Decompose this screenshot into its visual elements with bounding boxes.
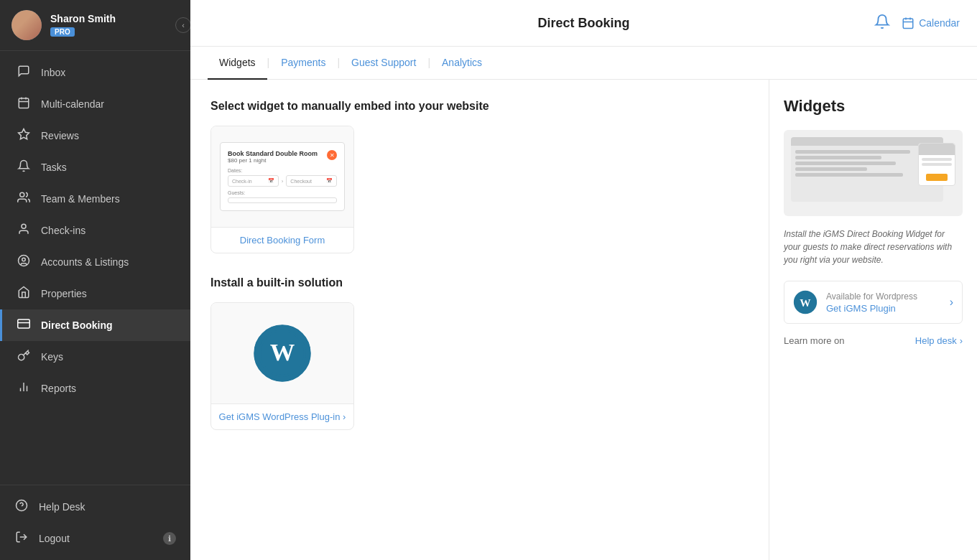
sidebar-item-logout[interactable]: Logout ℹ xyxy=(0,523,190,554)
sidebar-item-accounts[interactable]: Accounts & Listings xyxy=(0,246,190,278)
tab-guest-support[interactable]: Guest Support xyxy=(340,47,427,80)
widget-cards: Book Standard Double Room $80 per 1 nigh… xyxy=(210,126,749,253)
tab-payments[interactable]: Payments xyxy=(269,47,337,80)
wp-chevron-icon: › xyxy=(950,296,953,309)
sidebar-item-keys-label: Keys xyxy=(41,351,63,363)
main-area: Direct Booking Calendar Widgets | Paymen… xyxy=(190,0,977,560)
sidebar-item-keys[interactable]: Keys xyxy=(0,341,190,373)
cal2-icon: 📅 xyxy=(326,178,333,184)
guests-label: Guests: xyxy=(228,190,337,195)
content-main: Select widget to manually embed into you… xyxy=(190,80,769,560)
svg-rect-0 xyxy=(19,98,29,108)
sidebar-item-accounts-label: Accounts & Listings xyxy=(41,256,129,268)
sidebar-item-team-label: Team & Members xyxy=(41,193,120,205)
panel-title: Widgets xyxy=(784,97,963,116)
sidebar-header: Sharon Smith PRO ‹ xyxy=(0,0,190,51)
sidebar-item-inbox[interactable]: Inbox xyxy=(0,57,190,88)
calendar-button[interactable]: Calendar xyxy=(902,17,960,29)
widget-card-label[interactable]: Direct Booking Form xyxy=(211,227,353,253)
page-title: Direct Booking xyxy=(537,16,629,31)
learn-more-row: Learn more on Help desk › xyxy=(784,335,963,346)
topbar: Direct Booking Calendar xyxy=(190,0,977,47)
booking-form-price: $80 per 1 night xyxy=(228,157,318,164)
sidebar-item-tasks-label: Tasks xyxy=(41,162,67,173)
checkin-input-mock: Check-in 📅 xyxy=(228,175,279,187)
sidebar-item-reviews-label: Reviews xyxy=(41,130,79,141)
guests-input-mock xyxy=(228,197,337,203)
tab-widgets[interactable]: Widgets xyxy=(208,47,267,80)
svg-point-6 xyxy=(22,224,26,228)
tasks-icon xyxy=(17,159,31,175)
sidebar-item-directbooking-label: Direct Booking xyxy=(41,319,113,331)
select-widget-title: Select widget to manually embed into you… xyxy=(210,100,749,113)
pro-badge: PRO xyxy=(50,27,75,37)
help-desk-link[interactable]: Help desk › xyxy=(915,335,963,346)
user-name: Sharon Smith xyxy=(50,13,179,24)
sidebar-item-logout-label: Logout xyxy=(39,533,70,544)
logout-icon xyxy=(14,531,29,546)
avatar xyxy=(11,10,42,40)
wordpress-logo: W xyxy=(254,325,311,382)
sidebar: Sharon Smith PRO ‹ Inbox Multi-calendar … xyxy=(0,0,190,560)
svg-point-8 xyxy=(22,258,26,261)
keys-icon xyxy=(17,349,31,365)
panel-description: Install the iGMS Direct Booking Widget f… xyxy=(784,228,963,266)
arrow-icon: › xyxy=(282,178,284,185)
accounts-icon xyxy=(17,254,31,270)
wp-card-label[interactable]: Get iGMS WordPress Plug-in › xyxy=(211,403,353,429)
reports-icon xyxy=(17,381,31,396)
calendar-label: Calendar xyxy=(919,17,960,29)
widget-card-preview: Book Standard Double Room $80 per 1 nigh… xyxy=(211,126,353,227)
topbar-actions: Calendar xyxy=(874,14,960,33)
wp-available-row[interactable]: W Available for Wordpress Get iGMS Plugi… xyxy=(784,281,963,324)
content-wrapper: Select widget to manually embed into you… xyxy=(190,80,977,560)
wp-plugin-link[interactable]: Get iGMS Plugin xyxy=(826,303,941,314)
inbox-icon xyxy=(17,65,31,80)
checkout-input-mock: Checkout 📅 xyxy=(286,175,337,187)
sidebar-item-multicalendar[interactable]: Multi-calendar xyxy=(0,88,190,120)
reviews-icon xyxy=(17,128,31,144)
svg-rect-9 xyxy=(18,319,30,328)
sidebar-item-tasks[interactable]: Tasks xyxy=(0,151,190,183)
sidebar-item-team[interactable]: Team & Members xyxy=(0,183,190,215)
svg-rect-17 xyxy=(903,19,913,29)
svg-text:W: W xyxy=(270,338,295,365)
form-dates: Check-in 📅 › Checkout 📅 xyxy=(228,175,337,187)
cal-icon: 📅 xyxy=(268,178,274,184)
user-info: Sharon Smith PRO xyxy=(50,13,179,37)
illus-widget xyxy=(918,143,955,186)
learn-more-label: Learn more on xyxy=(784,335,845,346)
sidebar-item-checkins-label: Check-ins xyxy=(41,225,85,236)
svg-point-5 xyxy=(20,192,24,197)
booking-form-preview: Book Standard Double Room $80 per 1 nigh… xyxy=(220,142,345,211)
wordpress-card[interactable]: W Get iGMS WordPress Plug-in › xyxy=(210,302,354,430)
properties-icon xyxy=(17,286,31,302)
sidebar-item-reports[interactable]: Reports xyxy=(0,373,190,404)
sidebar-item-helpdesk[interactable]: Help Desk xyxy=(0,491,190,523)
collapse-button[interactable]: ‹ xyxy=(175,17,190,33)
booking-form-title: Book Standard Double Room xyxy=(228,150,318,157)
sidebar-item-inbox-label: Inbox xyxy=(41,67,65,78)
right-panel: Widgets xyxy=(769,80,977,560)
notification-bell-button[interactable] xyxy=(874,14,890,33)
sidebar-item-checkins[interactable]: Check-ins xyxy=(0,215,190,246)
multicalendar-icon xyxy=(17,96,31,112)
wp-available-label: Available for Wordpress xyxy=(826,291,941,302)
sidebar-item-multicalendar-label: Multi-calendar xyxy=(41,98,104,110)
wp-available-text: Available for Wordpress Get iGMS Plugin xyxy=(826,291,941,314)
tabs-bar: Widgets | Payments | Guest Support | Ana… xyxy=(190,47,977,80)
helpdesk-icon xyxy=(14,499,29,515)
sidebar-item-reviews[interactable]: Reviews xyxy=(0,120,190,151)
tab-analytics[interactable]: Analytics xyxy=(430,47,494,80)
sidebar-item-properties-label: Properties xyxy=(41,288,87,299)
sidebar-item-directbooking[interactable]: Direct Booking xyxy=(0,309,190,341)
sidebar-item-reports-label: Reports xyxy=(41,383,76,394)
direct-booking-form-card[interactable]: Book Standard Double Room $80 per 1 nigh… xyxy=(210,126,354,253)
wp-card-preview: W xyxy=(211,303,353,403)
help-desk-chevron-icon: › xyxy=(960,335,963,346)
svg-text:W: W xyxy=(800,297,811,309)
sidebar-item-properties[interactable]: Properties xyxy=(0,278,190,309)
dates-label: Dates: xyxy=(228,168,337,173)
sidebar-nav: Inbox Multi-calendar Reviews Tasks Team … xyxy=(0,51,190,485)
close-x-icon: ✕ xyxy=(327,150,337,160)
